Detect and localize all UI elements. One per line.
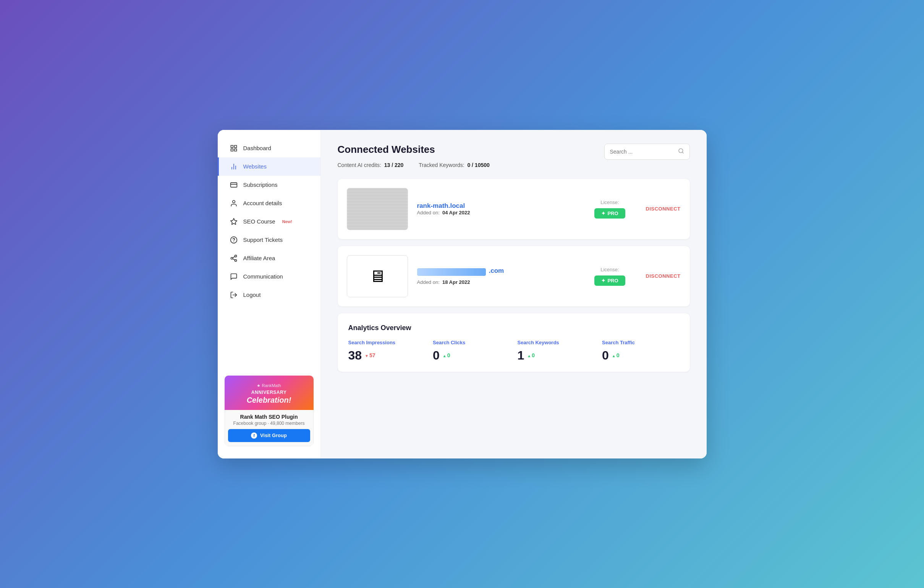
delta-up-arrow-clicks bbox=[443, 352, 447, 358]
sidebar-item-label: Support Tickets bbox=[243, 236, 283, 243]
svg-line-20 bbox=[682, 152, 683, 153]
license-label-2: License: bbox=[601, 267, 619, 273]
visit-group-button[interactable]: f Visit Group bbox=[228, 429, 310, 442]
communication-icon bbox=[229, 273, 238, 281]
search-input[interactable] bbox=[610, 149, 675, 155]
sidebar-item-communication[interactable]: Communication bbox=[218, 268, 320, 286]
sidebar-item-label: Websites bbox=[243, 163, 267, 170]
facebook-icon: f bbox=[251, 433, 257, 439]
search-icon bbox=[678, 148, 684, 155]
analytics-delta-impressions: 57 bbox=[365, 352, 375, 358]
thumbnail-blur bbox=[347, 188, 408, 230]
seo-course-icon bbox=[229, 217, 238, 226]
sidebar-item-label: Affiliate Area bbox=[243, 255, 276, 261]
pro-badge-text: PRO bbox=[607, 210, 618, 216]
pro-badge-1: ✦ PRO bbox=[594, 208, 625, 218]
pro-star-icon-2: ✦ bbox=[601, 278, 606, 284]
sidebar-item-websites[interactable]: Websites bbox=[218, 157, 320, 176]
pro-star-icon: ✦ bbox=[601, 210, 606, 216]
analytics-value-impressions: 38 bbox=[348, 349, 362, 363]
svg-marker-10 bbox=[230, 218, 237, 224]
analytics-label-clicks: Search Clicks bbox=[433, 340, 510, 345]
promo-banner: ★ RankMath ANNIVERSARY Celebration! bbox=[224, 376, 314, 410]
promo-subtitle: Celebration! bbox=[231, 396, 307, 405]
sidebar-item-support[interactable]: Support Tickets bbox=[218, 231, 320, 249]
license-label-1: License: bbox=[601, 200, 619, 205]
analytics-delta-traffic: 0 bbox=[612, 352, 620, 358]
dashboard-icon bbox=[229, 144, 238, 152]
sidebar-item-label: Dashboard bbox=[243, 145, 271, 151]
credits-row: Content AI credits: 13 / 220 Tracked Key… bbox=[338, 162, 690, 168]
website-thumbnail-1 bbox=[347, 188, 408, 230]
sidebar-item-account[interactable]: Account details bbox=[218, 194, 320, 212]
page-header: Connected Websites bbox=[338, 144, 690, 160]
main-content: Connected Websites Content AI credits: 1… bbox=[321, 130, 707, 459]
svg-rect-0 bbox=[231, 145, 233, 147]
thumbnail-illustration: 🖥 bbox=[369, 267, 386, 286]
svg-rect-1 bbox=[234, 145, 236, 147]
new-badge: New! bbox=[282, 219, 292, 224]
sidebar-item-label: Communication bbox=[243, 273, 283, 280]
website-date-1: 04 Apr 2022 bbox=[442, 210, 470, 215]
subscriptions-icon bbox=[229, 181, 238, 189]
sidebar-nav: Dashboard Websites Subscriptions bbox=[218, 139, 320, 370]
svg-rect-3 bbox=[231, 149, 233, 151]
svg-line-16 bbox=[233, 259, 235, 260]
website-name-2[interactable]: .com bbox=[489, 267, 504, 275]
website-thumbnail-2: 🖥 bbox=[347, 255, 408, 297]
sidebar-item-label: Subscriptions bbox=[243, 182, 278, 188]
pro-badge-2: ✦ PRO bbox=[594, 276, 625, 286]
svg-line-17 bbox=[233, 256, 235, 258]
sidebar-item-seo-course[interactable]: SEO Course New! bbox=[218, 212, 320, 231]
keywords-value: 0 / 10500 bbox=[467, 162, 489, 168]
sidebar-item-label: Account details bbox=[243, 200, 282, 206]
sidebar-item-logout[interactable]: Logout bbox=[218, 286, 320, 304]
analytics-value-row-clicks: 0 0 bbox=[433, 349, 510, 363]
sidebar-item-dashboard[interactable]: Dashboard bbox=[218, 139, 320, 157]
analytics-item-traffic: Search Traffic 0 0 bbox=[602, 340, 679, 363]
affiliate-icon bbox=[229, 254, 238, 263]
website-card-1: rank-math.local Added on: 04 Apr 2022 Li… bbox=[338, 179, 690, 239]
analytics-delta-keywords: 0 bbox=[527, 352, 535, 358]
websites-icon bbox=[229, 162, 238, 171]
analytics-value-row-impressions: 38 57 bbox=[348, 349, 426, 363]
app-container: Dashboard Websites Subscriptions bbox=[218, 130, 707, 459]
website-info-2: .com Added on: 18 Apr 2022 bbox=[417, 267, 586, 285]
ai-credits: Content AI credits: 13 / 220 bbox=[338, 162, 404, 168]
svg-rect-2 bbox=[234, 149, 236, 151]
ai-credits-value: 13 / 220 bbox=[384, 162, 404, 168]
disconnect-button-1[interactable]: DISCONNECT bbox=[646, 206, 681, 211]
delta-up-arrow-traffic bbox=[612, 352, 616, 358]
sidebar-item-label: Logout bbox=[243, 292, 261, 298]
analytics-label-impressions: Search Impressions bbox=[348, 340, 426, 345]
website-date-2: 18 Apr 2022 bbox=[442, 279, 470, 285]
website-license-2: License: ✦ PRO bbox=[594, 267, 625, 286]
website-added-2: Added on: 18 Apr 2022 bbox=[417, 279, 586, 285]
website-license-1: License: ✦ PRO bbox=[594, 200, 625, 218]
analytics-value-clicks: 0 bbox=[433, 349, 440, 363]
promo-group-info: Facebook group · 49,800 members bbox=[228, 421, 310, 426]
sidebar-item-affiliate[interactable]: Affiliate Area bbox=[218, 249, 320, 268]
website-card-2: 🖥 .com Added on: 18 Apr 2022 License: ✦ … bbox=[338, 246, 690, 306]
svg-rect-7 bbox=[230, 183, 237, 187]
website-added-1: Added on: 04 Apr 2022 bbox=[417, 210, 586, 215]
analytics-item-clicks: Search Clicks 0 0 bbox=[433, 340, 510, 363]
analytics-value-keywords: 1 bbox=[518, 349, 525, 363]
analytics-value-traffic: 0 bbox=[602, 349, 609, 363]
sidebar-item-subscriptions[interactable]: Subscriptions bbox=[218, 176, 320, 194]
website-info-1: rank-math.local Added on: 04 Apr 2022 bbox=[417, 202, 586, 215]
tracked-keywords: Tracked Keywords: 0 / 10500 bbox=[419, 162, 489, 168]
account-icon bbox=[229, 199, 238, 208]
sidebar-item-label: SEO Course bbox=[243, 218, 276, 225]
analytics-section: Analytics Overview Search Impressions 38… bbox=[338, 313, 690, 372]
analytics-label-traffic: Search Traffic bbox=[602, 340, 679, 345]
promo-brand: ★ RankMath bbox=[231, 383, 307, 388]
analytics-value-row-keywords: 1 0 bbox=[518, 349, 595, 363]
search-box bbox=[604, 144, 690, 160]
disconnect-button-2[interactable]: DISCONNECT bbox=[646, 273, 681, 279]
page-title: Connected Websites bbox=[338, 144, 435, 155]
website-name-1[interactable]: rank-math.local bbox=[417, 202, 465, 210]
pro-badge-text-2: PRO bbox=[607, 278, 618, 284]
website-name-blur bbox=[417, 268, 486, 276]
visit-group-label: Visit Group bbox=[260, 433, 287, 438]
